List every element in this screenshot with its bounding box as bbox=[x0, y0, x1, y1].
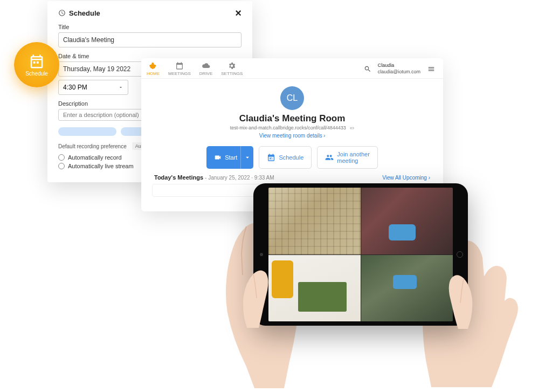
calendar-icon bbox=[29, 53, 45, 70]
nav-drive[interactable]: DRIVE bbox=[199, 61, 212, 76]
start-dropdown[interactable] bbox=[240, 146, 253, 169]
radio-icon bbox=[58, 163, 65, 169]
radio-icon bbox=[58, 154, 65, 161]
title-label: Title bbox=[58, 24, 242, 30]
close-icon[interactable]: × bbox=[235, 8, 242, 18]
room-title: Claudia's Meeting Room bbox=[152, 113, 432, 124]
search-icon[interactable] bbox=[364, 65, 371, 73]
people-icon bbox=[325, 153, 334, 162]
link-icon bbox=[349, 126, 354, 130]
time-value: 4:30 PM bbox=[63, 84, 87, 91]
rec-pref-label: Default recording preference bbox=[58, 143, 127, 149]
app-topbar: HOME MEETINGS DRIVE SETTINGS Claudia cla… bbox=[141, 58, 443, 79]
schedule-badge-label: Schedule bbox=[25, 71, 48, 77]
nav-settings[interactable]: SETTINGS bbox=[221, 61, 243, 76]
chevron-right-icon: › bbox=[323, 133, 325, 139]
nav-home[interactable]: HOME bbox=[147, 61, 160, 76]
user-email: claudia@iotum.com bbox=[378, 69, 420, 75]
clock-icon bbox=[58, 9, 66, 17]
user-name: Claudia bbox=[378, 63, 420, 69]
user-block[interactable]: Claudia claudia@iotum.com bbox=[378, 63, 420, 75]
video-tile bbox=[268, 255, 361, 322]
video-icon bbox=[214, 154, 222, 161]
video-tile bbox=[361, 188, 453, 255]
start-button[interactable]: Start bbox=[206, 146, 253, 169]
pill-placeholder bbox=[58, 127, 116, 136]
view-details-link[interactable]: View meeting room details› bbox=[152, 133, 432, 139]
hand-right-thumb bbox=[441, 270, 479, 329]
meetings-icon bbox=[175, 61, 184, 70]
room-url: test-mix-and-match.callbridge.rocks/conf… bbox=[152, 125, 432, 130]
view-all-link[interactable]: View All Upcoming › bbox=[382, 175, 430, 181]
avatar: CL bbox=[280, 86, 304, 110]
tablet-screen bbox=[268, 188, 453, 321]
video-tile bbox=[361, 255, 453, 322]
chevron-down-icon bbox=[244, 154, 251, 161]
schedule-badge[interactable]: Schedule bbox=[14, 42, 59, 87]
menu-icon[interactable] bbox=[427, 65, 436, 73]
calendar-25-icon: 25 bbox=[267, 153, 275, 162]
schedule-button[interactable]: 25 Schedule bbox=[259, 146, 312, 169]
drive-icon bbox=[202, 61, 210, 70]
gear-icon bbox=[227, 61, 236, 70]
chevron-down-icon bbox=[118, 85, 123, 90]
hand-left-thumb bbox=[236, 263, 274, 328]
tablet-device bbox=[253, 183, 468, 326]
title-input[interactable] bbox=[58, 32, 242, 47]
auto-stream-label: Automatically live stream bbox=[68, 163, 134, 169]
join-another-button[interactable]: Join another meeting bbox=[317, 146, 378, 169]
video-tile bbox=[268, 188, 361, 255]
nav-meetings[interactable]: MEETINGS bbox=[168, 61, 191, 76]
time-select[interactable]: 4:30 PM bbox=[58, 80, 128, 95]
tablet-camera bbox=[260, 253, 263, 256]
home-icon bbox=[149, 61, 157, 70]
svg-text:25: 25 bbox=[270, 157, 273, 160]
modal-title: Schedule bbox=[69, 9, 100, 17]
auto-record-label: Automatically record bbox=[68, 154, 122, 161]
tablet-home-button bbox=[457, 251, 463, 258]
today-meetings-header: Today's Meetings - January 25, 2022 · 9:… bbox=[154, 174, 274, 181]
